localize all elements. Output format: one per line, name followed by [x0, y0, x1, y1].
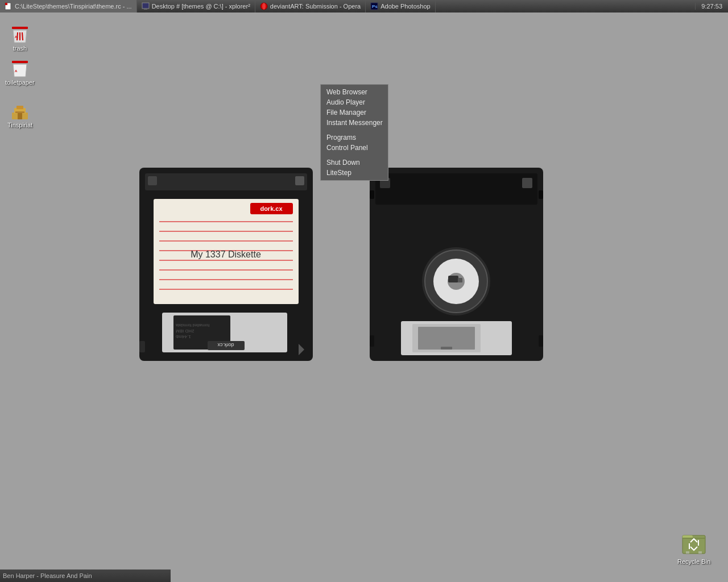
svg-rect-28 [148, 176, 157, 185]
tinspiriat-icon [11, 102, 29, 120]
floppy-front-svg: dork.cx My 1337 Diskette 1.44mb 2HD IBM … [139, 168, 313, 361]
svg-text:2HD IBM: 2HD IBM [176, 329, 195, 334]
floppy-front: dork.cx My 1337 Diskette 1.44mb 2HD IBM … [139, 168, 313, 361]
recycle-bin[interactable]: Recycle Bin [677, 530, 711, 565]
now-playing-text: Ben Harper - Pleasure And Pain [3, 572, 92, 579]
svg-rect-9 [12, 27, 14, 29]
desktop-icon-task [142, 2, 150, 10]
svg-rect-23 [16, 106, 23, 109]
svg-point-5 [262, 3, 266, 10]
svg-text:A: A [15, 69, 18, 73]
file-icon [5, 2, 13, 10]
svg-rect-2 [142, 3, 149, 9]
svg-rect-1 [5, 3, 7, 5]
svg-line-14 [22, 32, 23, 40]
tinspiriat-label: Tinspiriat [3, 122, 37, 128]
taskbar-item-1[interactable]: C:\LiteStep\themes\Tinspiriat\theme.rc -… [0, 0, 137, 13]
svg-rect-54 [522, 178, 532, 188]
menu-shut-down[interactable]: Shut Down [321, 157, 388, 168]
menu-instant-messenger[interactable]: Instant Messenger [321, 118, 388, 128]
svg-rect-66 [539, 190, 543, 199]
svg-rect-29 [295, 176, 304, 185]
taskbar-item-4-label: Adobe Photoshop [380, 3, 430, 10]
photoshop-icon: Ps [370, 2, 378, 10]
now-playing-bar: Ben Harper - Pleasure And Pain [0, 569, 171, 582]
svg-rect-18 [26, 61, 28, 63]
taskbar-item-2-label: Desktop # [themes @ C:\] - xplorer² [152, 3, 250, 10]
svg-rect-17 [12, 61, 14, 63]
taskbar-item-4[interactable]: Ps Adobe Photoshop [366, 0, 435, 13]
menu-sep-1 [321, 128, 388, 132]
taskbar-item-2[interactable]: Desktop # [themes @ C:\] - xplorer² [137, 0, 255, 13]
desktop-icon-trash[interactable]: A trash [3, 26, 37, 52]
svg-rect-72 [686, 551, 689, 554]
svg-text:My 1337 Diskette: My 1337 Diskette [191, 250, 261, 259]
svg-rect-52 [375, 173, 537, 205]
svg-rect-3 [144, 9, 147, 10]
svg-rect-64 [441, 347, 452, 350]
menu-programs[interactable]: Programs [321, 132, 388, 143]
svg-text:dork.cx: dork.cx [260, 205, 283, 212]
menu-sep-2 [321, 153, 388, 157]
menu-litestep[interactable]: LiteStep [321, 168, 388, 178]
trash-label: trash [3, 45, 37, 52]
opera-icon [260, 2, 268, 10]
svg-rect-10 [26, 27, 28, 29]
svg-rect-8 [13, 27, 27, 29]
svg-text:Ps: Ps [372, 4, 378, 9]
svg-rect-60 [458, 278, 462, 282]
taskbar-item-1-label: C:\LiteStep\themes\Tinspiriat\theme.rc -… [15, 3, 132, 10]
desktop-icon-tinspiriat[interactable]: Tinspiriat [3, 102, 37, 128]
svg-text:formatted formdata: formatted formdata [176, 323, 209, 327]
svg-text:A: A [15, 35, 18, 39]
svg-rect-68 [539, 335, 543, 347]
taskbar-item-3-label: deviantART: Submission - Opera [270, 3, 361, 10]
recycle-bin-icon [680, 530, 708, 557]
toiletpaper-label: toiletpaper [3, 79, 37, 86]
trash-icon: A [11, 26, 29, 44]
clock: 9:27:53 [695, 3, 728, 10]
menu-control-panel[interactable]: Control Panel [321, 143, 388, 153]
svg-rect-49 [139, 341, 145, 352]
menu-web-browser[interactable]: Web Browser [321, 87, 388, 97]
menu-audio-player[interactable]: Audio Player [321, 97, 388, 107]
floppy-back-svg [370, 168, 543, 361]
context-menu: Web Browser Audio Player File Manager In… [320, 84, 388, 181]
svg-rect-25 [15, 111, 24, 113]
svg-rect-65 [370, 190, 374, 199]
recycle-bin-label: Recycle Bin [677, 558, 711, 565]
taskbar: C:\LiteStep\themes\Tinspiriat\theme.rc -… [0, 0, 728, 13]
menu-file-manager[interactable]: File Manager [321, 107, 388, 118]
svg-rect-59 [448, 276, 458, 282]
svg-rect-16 [13, 61, 27, 63]
svg-rect-24 [18, 113, 22, 119]
toiletpaper-icon: A [11, 60, 29, 78]
svg-text:dork.cx: dork.cx [217, 342, 234, 348]
svg-rect-67 [370, 335, 374, 347]
svg-rect-27 [145, 173, 307, 190]
svg-rect-63 [418, 327, 475, 350]
taskbar-item-3[interactable]: deviantART: Submission - Opera [255, 0, 366, 13]
floppy-back [370, 168, 543, 361]
desktop-icon-toiletpaper[interactable]: A toiletpaper [3, 60, 37, 86]
svg-text:1.44mb: 1.44mb [175, 334, 191, 339]
svg-rect-73 [698, 551, 702, 554]
